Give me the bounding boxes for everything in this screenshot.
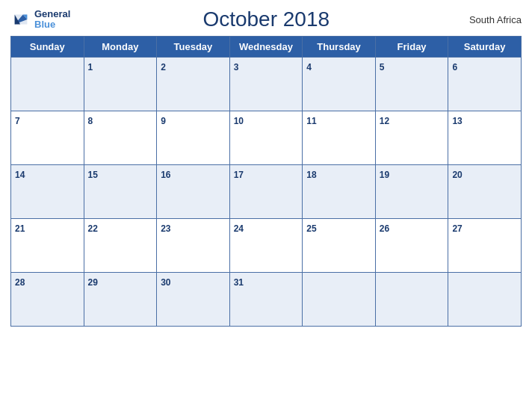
day-number: 10 — [234, 116, 244, 126]
calendar-day-cell: 17 — [229, 165, 303, 219]
day-number: 7 — [15, 116, 20, 126]
day-number: 19 — [380, 170, 389, 180]
calendar-day-cell: 11 — [303, 111, 376, 165]
day-number: 22 — [88, 223, 98, 234]
day-number: 5 — [380, 62, 385, 72]
calendar-day-cell: 24 — [229, 219, 303, 273]
calendar-day-cell: 25 — [303, 219, 376, 273]
calendar-day-cell: 7 — [11, 111, 84, 165]
calendar-day-cell: 8 — [84, 111, 157, 165]
day-number: 20 — [452, 170, 462, 180]
header-friday: Friday — [375, 37, 448, 58]
calendar-day-cell: 31 — [229, 273, 303, 327]
header-thursday: Thursday — [303, 37, 376, 58]
day-number: 25 — [306, 223, 316, 234]
day-number: 15 — [88, 170, 98, 180]
calendar-container: General Blue October 2018 South Africa S… — [0, 0, 532, 411]
calendar-day-cell: 14 — [11, 165, 84, 219]
calendar-week-row: 21222324252627 — [11, 219, 522, 273]
calendar-day-cell — [448, 273, 522, 327]
day-number: 9 — [161, 116, 166, 126]
day-number: 4 — [306, 62, 312, 72]
calendar-day-cell: 1 — [84, 58, 157, 111]
general-blue-logo-icon — [10, 9, 31, 30]
day-number: 26 — [380, 223, 389, 234]
calendar-day-cell: 16 — [157, 165, 230, 219]
day-number: 31 — [234, 277, 244, 288]
calendar-day-cell: 22 — [84, 219, 157, 273]
day-number: 23 — [161, 223, 170, 234]
calendar-day-cell: 9 — [157, 111, 230, 165]
calendar-week-row: 123456 — [11, 58, 522, 111]
logo-text: General Blue — [34, 9, 70, 31]
day-number: 30 — [161, 277, 170, 288]
calendar-week-row: 78910111213 — [11, 111, 522, 165]
calendar-day-cell: 29 — [84, 273, 157, 327]
calendar-day-cell: 15 — [84, 165, 157, 219]
header-tuesday: Tuesday — [157, 37, 230, 58]
calendar-day-cell: 19 — [375, 165, 448, 219]
calendar-day-cell: 18 — [303, 165, 376, 219]
header-wednesday: Wednesday — [229, 37, 303, 58]
day-number: 3 — [234, 62, 239, 72]
day-number: 13 — [452, 116, 462, 126]
calendar-day-cell: 21 — [11, 219, 84, 273]
calendar-day-cell: 3 — [229, 58, 303, 111]
calendar-day-cell: 2 — [157, 58, 230, 111]
calendar-day-cell: 13 — [448, 111, 522, 165]
logo-area: General Blue — [10, 9, 70, 31]
calendar-day-cell: 20 — [448, 165, 522, 219]
day-number: 12 — [380, 116, 389, 126]
country-label: South Africa — [462, 14, 522, 25]
calendar-day-cell: 28 — [11, 273, 84, 327]
weekday-header-row: Sunday Monday Tuesday Wednesday Thursday… — [11, 37, 522, 58]
day-number: 11 — [306, 116, 316, 126]
day-number: 21 — [15, 223, 25, 234]
calendar-day-cell: 26 — [375, 219, 448, 273]
calendar-day-cell: 30 — [157, 273, 230, 327]
calendar-day-cell — [375, 273, 448, 327]
day-number: 16 — [161, 170, 170, 180]
day-number: 28 — [15, 277, 25, 288]
day-number: 18 — [306, 170, 316, 180]
day-number: 8 — [88, 116, 93, 126]
day-number: 24 — [234, 223, 244, 234]
calendar-day-cell: 6 — [448, 58, 522, 111]
header-saturday: Saturday — [448, 37, 522, 58]
day-number: 6 — [452, 62, 457, 72]
calendar-day-cell — [11, 58, 84, 111]
calendar-table: Sunday Monday Tuesday Wednesday Thursday… — [10, 36, 522, 327]
calendar-day-cell: 10 — [229, 111, 303, 165]
calendar-week-row: 14151617181920 — [11, 165, 522, 219]
day-number: 2 — [161, 62, 166, 72]
header-monday: Monday — [84, 37, 157, 58]
calendar-day-cell — [303, 273, 376, 327]
day-number: 17 — [234, 170, 244, 180]
calendar-header: General Blue October 2018 South Africa — [10, 7, 522, 31]
day-number: 27 — [452, 223, 462, 234]
calendar-day-cell: 23 — [157, 219, 230, 273]
header-sunday: Sunday — [11, 37, 84, 58]
calendar-title: October 2018 — [70, 7, 462, 31]
day-number: 14 — [15, 170, 25, 180]
calendar-day-cell: 4 — [303, 58, 376, 111]
day-number: 1 — [88, 62, 93, 72]
calendar-day-cell: 27 — [448, 219, 522, 273]
calendar-day-cell: 12 — [375, 111, 448, 165]
day-number: 29 — [88, 277, 98, 288]
calendar-week-row: 28293031 — [11, 273, 522, 327]
calendar-day-cell: 5 — [375, 58, 448, 111]
